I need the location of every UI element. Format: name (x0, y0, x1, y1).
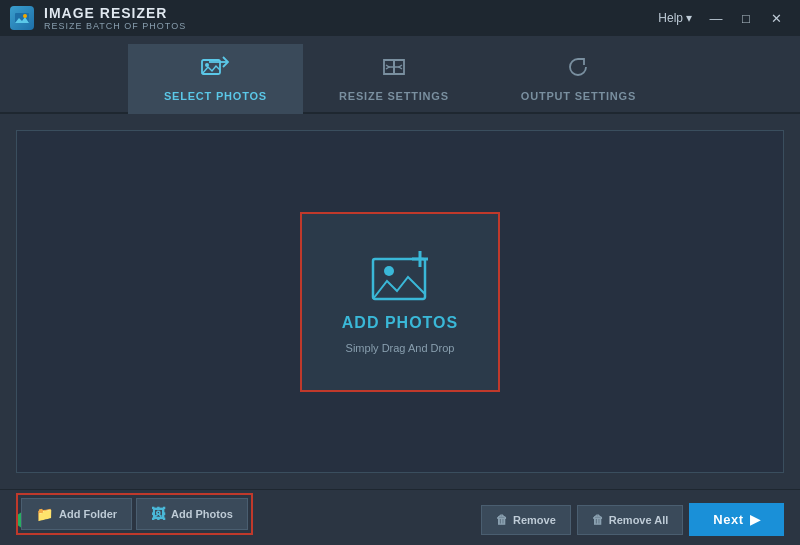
help-button[interactable]: Help ▾ (650, 7, 700, 29)
folder-icon: 📁 (36, 506, 53, 522)
image-icon: 🖼 (151, 506, 165, 522)
output-settings-icon (564, 56, 592, 84)
add-photo-icon (365, 249, 435, 304)
app-title: IMAGE RESIZER (44, 5, 186, 21)
main-content: ADD PHOTOS Simply Drag And Drop (0, 114, 800, 489)
remove-all-label: Remove All (609, 514, 669, 526)
select-photos-icon (201, 56, 229, 84)
add-photos-label: Add Photos (171, 508, 233, 520)
tab-output-settings-label: OUTPUT SETTINGS (521, 90, 636, 102)
remove-icon: 🗑 (496, 513, 508, 527)
add-folder-label: Add Folder (59, 508, 117, 520)
tab-select-photos-label: SELECT PHOTOS (164, 90, 267, 102)
remove-all-button[interactable]: 🗑 Remove All (577, 505, 684, 535)
svg-point-2 (23, 14, 27, 18)
close-icon: ✕ (771, 11, 782, 26)
add-photos-button[interactable]: 🖼 Add Photos (136, 498, 248, 530)
title-bar-right: Help ▾ — □ ✕ (650, 4, 790, 32)
title-text-block: IMAGE RESIZER RESIZE BATCH OF PHOTOS (44, 5, 186, 31)
remove-label: Remove (513, 514, 556, 526)
next-label: Next (713, 512, 743, 527)
minimize-icon: — (710, 11, 723, 26)
tab-bar: SELECT PHOTOS RESIZE SETTINGS OUTPUT SET… (0, 36, 800, 114)
remove-button[interactable]: 🗑 Remove (481, 505, 571, 535)
add-photos-label: ADD PHOTOS (342, 314, 458, 332)
minimize-button[interactable]: — (702, 4, 730, 32)
drop-zone[interactable]: ADD PHOTOS Simply Drag And Drop (300, 212, 500, 392)
close-button[interactable]: ✕ (762, 4, 790, 32)
maximize-icon: □ (742, 11, 750, 26)
app-subtitle: RESIZE BATCH OF PHOTOS (44, 21, 186, 31)
drop-zone-wrapper: ADD PHOTOS Simply Drag And Drop (16, 130, 784, 473)
title-bar-left: IMAGE RESIZER RESIZE BATCH OF PHOTOS (10, 5, 186, 31)
add-folder-button[interactable]: 📁 Add Folder (21, 498, 132, 530)
svg-rect-9 (373, 259, 425, 299)
add-buttons-group: 📁 Add Folder 🖼 Add Photos (16, 493, 253, 535)
next-button[interactable]: Next ▶ (689, 503, 784, 536)
svg-point-10 (384, 266, 394, 276)
help-label: Help (658, 11, 683, 25)
svg-point-4 (205, 63, 209, 67)
title-bar: IMAGE RESIZER RESIZE BATCH OF PHOTOS Hel… (0, 0, 800, 36)
tab-resize-settings-label: RESIZE SETTINGS (339, 90, 449, 102)
maximize-button[interactable]: □ (732, 4, 760, 32)
remove-all-icon: 🗑 (592, 513, 604, 527)
tab-output-settings[interactable]: OUTPUT SETTINGS (485, 46, 672, 112)
app-icon (10, 6, 34, 30)
bottom-bar: ✓ Registered Version 📁 Add Folder 🖼 Add … (0, 489, 800, 545)
bottom-right: 🗑 Remove 🗑 Remove All Next ▶ (481, 503, 784, 536)
next-arrow-icon: ▶ (750, 512, 761, 527)
tab-select-photos[interactable]: SELECT PHOTOS (128, 44, 303, 112)
tab-resize-settings[interactable]: RESIZE SETTINGS (303, 46, 485, 112)
resize-settings-icon (380, 56, 408, 84)
chevron-down-icon: ▾ (686, 11, 692, 25)
drag-drop-label: Simply Drag And Drop (346, 342, 455, 354)
